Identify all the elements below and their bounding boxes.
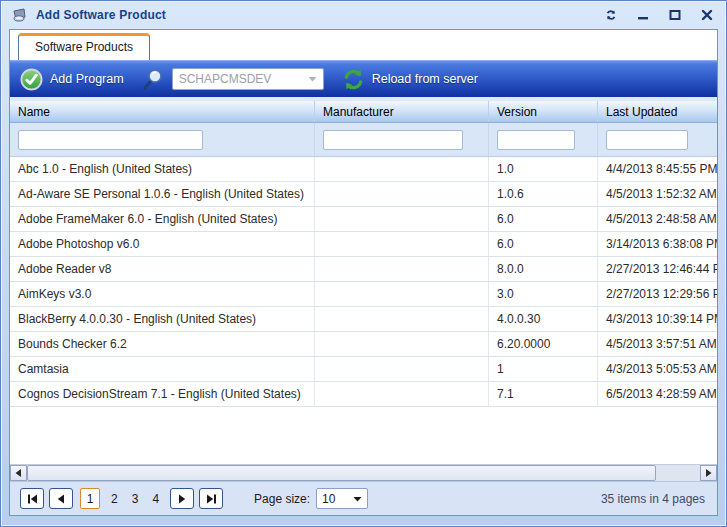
cell-name: Camtasia [10,357,315,381]
cell-name: Adobe Reader v8 [10,257,315,281]
reload-button[interactable]: Reload from server [342,68,478,91]
window: Add Software Product [0,0,727,527]
last-page-button[interactable] [199,488,223,509]
minimize-icon[interactable] [634,7,652,23]
page-size-dropdown[interactable]: 10 [316,488,368,509]
filter-input-version[interactable] [497,130,575,150]
chevron-down-icon [308,76,317,82]
grid-body: Abc 1.0 - English (United States) 1.0 4/… [10,157,717,464]
cell-manufacturer [315,282,489,306]
table-row[interactable]: Bounds Checker 6.2 6.20.0000 4/5/2013 3:… [10,332,717,357]
reload-icon [342,68,365,91]
grid-header-row: Name Manufacturer Version Last Updated [10,97,717,123]
dialog-content: Software Products Add Program [9,29,718,516]
reload-label: Reload from server [372,72,478,86]
column-header-manufacturer[interactable]: Manufacturer [315,101,489,122]
page-number[interactable]: 2 [104,492,125,506]
cell-version: 4.0.0.30 [489,307,598,331]
cell-last-updated: 2/27/2013 12:29:56 PM [598,282,717,306]
horizontal-scrollbar[interactable] [10,464,717,481]
cell-name: Ad-Aware SE Personal 1.0.6 - English (Un… [10,182,315,206]
tab-software-products[interactable]: Software Products [18,33,150,60]
page-size-label: Page size: [254,492,310,506]
cell-name: AimKeys v3.0 [10,282,315,306]
table-row[interactable]: Camtasia 1 4/3/2013 5:05:53 AM [10,357,717,382]
table-row[interactable]: AimKeys v3.0 3.0 2/27/2013 12:29:56 PM [10,282,717,307]
window-title: Add Software Product [36,8,166,22]
cell-manufacturer [315,207,489,231]
page-number[interactable]: 4 [145,492,166,506]
filter-input-name[interactable] [18,130,203,150]
cell-name: Cognos DecisionStream 7.1 - English (Uni… [10,382,315,406]
title-bar: Add Software Product [1,1,726,29]
cell-last-updated: 6/5/2013 4:28:59 AM [598,382,717,406]
table-row[interactable]: Ad-Aware SE Personal 1.0.6 - English (Un… [10,182,717,207]
cell-name: BlackBerry 4.0.0.30 - English (United St… [10,307,315,331]
prev-page-button[interactable] [49,488,73,509]
chevron-down-icon [353,496,362,502]
refresh-icon[interactable] [602,7,620,23]
table-row[interactable]: Adobe FrameMaker 6.0 - English (United S… [10,207,717,232]
page-size-control: Page size: 10 [254,488,368,509]
cell-last-updated: 2/27/2013 12:46:44 PM [598,257,717,281]
cell-version: 7.1 [489,382,598,406]
table-row[interactable]: BlackBerry 4.0.0.30 - English (United St… [10,307,717,332]
cell-version: 3.0 [489,282,598,306]
current-page[interactable]: 1 [80,488,100,509]
tab-strip: Software Products [10,30,717,60]
server-combobox-value: SCHAPCMSDEV [179,72,308,86]
cell-name: Abc 1.0 - English (United States) [10,157,315,181]
next-page-button[interactable] [170,488,194,509]
status-text: 35 items in 4 pages [601,492,705,506]
cell-name: Adobe FrameMaker 6.0 - English (United S… [10,207,315,231]
cell-manufacturer [315,307,489,331]
cell-last-updated: 4/5/2013 1:52:32 AM [598,182,717,206]
table-row[interactable]: Cognos DecisionStream 7.1 - English (Uni… [10,382,717,407]
cell-last-updated: 4/5/2013 3:57:51 AM [598,332,717,356]
scroll-left-icon[interactable] [10,465,27,481]
pager-bar: 1 234 Page size: 10 35 items in [10,481,717,515]
cell-manufacturer [315,332,489,356]
cell-manufacturer [315,257,489,281]
cell-manufacturer [315,382,489,406]
cell-last-updated: 4/3/2013 5:05:53 AM [598,357,717,381]
cell-version: 1.0 [489,157,598,181]
filter-input-last-updated[interactable] [606,130,688,150]
page-size-value: 10 [322,492,353,506]
cell-last-updated: 3/14/2013 6:38:08 PM [598,232,717,256]
window-controls [602,7,716,23]
cell-manufacturer [315,182,489,206]
cell-manufacturer [315,357,489,381]
table-row[interactable]: Abc 1.0 - English (United States) 1.0 4/… [10,157,717,182]
column-header-version[interactable]: Version [489,101,598,122]
software-grid: Name Manufacturer Version Last Updated A… [10,97,717,515]
cell-manufacturer [315,157,489,181]
column-header-last-updated[interactable]: Last Updated [598,101,717,122]
cell-version: 6.20.0000 [489,332,598,356]
cell-version: 1.0.6 [489,182,598,206]
table-row[interactable]: Adobe Reader v8 8.0.0 2/27/2013 12:46:44… [10,257,717,282]
page-numbers: 234 [104,492,166,506]
column-header-name[interactable]: Name [10,101,315,122]
cell-version: 6.0 [489,207,598,231]
cell-version: 6.0 [489,232,598,256]
server-combobox[interactable]: SCHAPCMSDEV [172,68,324,90]
add-program-label: Add Program [50,72,124,86]
scroll-right-icon[interactable] [700,465,717,481]
scrollbar-thumb[interactable] [27,465,656,481]
app-icon [11,7,28,23]
grid-filter-row [10,123,717,157]
scrollbar-track[interactable] [656,465,700,481]
first-page-button[interactable] [20,488,44,509]
add-program-button[interactable]: Add Program [20,68,124,91]
cell-name: Adobe Photoshop v6.0 [10,232,315,256]
search-icon [142,68,164,90]
maximize-icon[interactable] [666,7,684,23]
cell-last-updated: 4/3/2013 10:39:14 PM [598,307,717,331]
close-icon[interactable] [698,7,716,23]
filter-input-manufacturer[interactable] [323,130,463,150]
cell-manufacturer [315,232,489,256]
page-number[interactable]: 3 [125,492,146,506]
table-row[interactable]: Adobe Photoshop v6.0 6.0 3/14/2013 6:38:… [10,232,717,257]
cell-name: Bounds Checker 6.2 [10,332,315,356]
